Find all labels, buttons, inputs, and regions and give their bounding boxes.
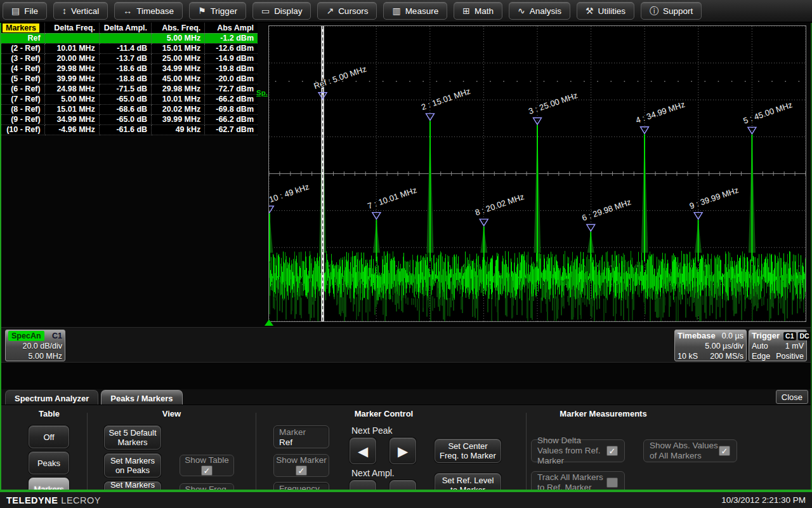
timebase-descriptor-box[interactable]: Timebase 0.0 µs 5.00 µs/div 10 kS 200 MS…	[674, 330, 747, 361]
peak-marker-9[interactable]	[694, 213, 702, 220]
vertical-icon: ↕	[62, 6, 67, 15]
table-row[interactable]: (6 - Ref)24.98 MHz-71.5 dB29.98 MHz-72.7…	[1, 84, 258, 94]
next-peak-right-button[interactable]: ▶	[390, 438, 416, 464]
menu-math[interactable]: ⊞Math	[454, 2, 502, 20]
table-cell: (3 - Ref)	[1, 53, 44, 64]
checkbox-show-table[interactable]: Show Table✓	[180, 455, 234, 476]
marker-select-field[interactable]: Marker Ref	[273, 425, 329, 448]
checkbox-show-delta-values-from-ref-marker-label: Show Delta Values from Ref. Marker	[537, 436, 606, 466]
table-cell: 34.99 MHz	[152, 64, 205, 74]
table-row[interactable]: (10 - Ref)-4.96 MHz-61.6 dB49 kHz-62.7 d…	[1, 124, 258, 135]
section-title-view: View	[100, 409, 243, 418]
table-row[interactable]: (9 - Ref)34.99 MHz-65.0 dB39.99 MHz-66.2…	[1, 114, 258, 124]
checkbox-track-all-markers-to-ref-marker-checkmark	[606, 478, 618, 488]
peak-marker-3[interactable]	[534, 118, 542, 125]
menu-label: Cursors	[338, 6, 368, 16]
table-mode-off[interactable]: Off	[29, 425, 69, 448]
table-header-4: Abs Ampl	[205, 23, 258, 33]
table-cell: 10.01 MHz	[152, 94, 205, 104]
table-cell: -72.7 dBm	[205, 84, 258, 94]
table-row[interactable]: (7 - Ref)5.00 MHz-65.0 dB10.01 MHz-66.2 …	[1, 94, 258, 104]
menu-support[interactable]: ⓘSupport	[641, 2, 702, 20]
peak-marker-6[interactable]	[587, 225, 595, 232]
tab-spectrum-analyzer[interactable]: Spectrum Analyzer	[5, 390, 98, 404]
timebase-title: Timebase	[678, 331, 716, 341]
table-cell: -11.4 dB	[99, 43, 151, 53]
checkbox-show-abs-values-of-all-markers[interactable]: Show Abs. Values of All Markers✓	[643, 439, 737, 462]
menu-label: Trigger	[211, 6, 237, 16]
table-cell: 39.99 MHz	[152, 114, 205, 124]
menu-vertical[interactable]: ↕Vertical	[53, 2, 108, 20]
trigger-mode: Auto	[752, 341, 768, 351]
peak-marker-label-7: 7 : 10.01 MHz	[366, 185, 417, 211]
specan-descriptor-box[interactable]: SpecAn C1 20.0 dB/div 5.00 MHz	[5, 330, 65, 361]
table-row[interactable]: Ref5.00 MHz-1.2 dBm	[1, 33, 258, 43]
table-row[interactable]: (2 - Ref)10.01 MHz-11.4 dB15.01 MHz-12.6…	[1, 43, 258, 53]
table-cell: (6 - Ref)	[1, 84, 44, 94]
table-cell: -69.8 dBm	[205, 104, 258, 114]
table-row[interactable]: (5 - Ref)39.99 MHz-18.8 dB45.00 MHz-20.0…	[1, 74, 258, 84]
set-5-default-markers-button[interactable]: Set 5 Default Markers	[104, 425, 161, 450]
table-cell: 49 kHz	[152, 124, 205, 135]
table-cell: (7 - Ref)	[1, 94, 44, 104]
peak-marker-label-8: 8 : 20.02 MHz	[474, 192, 525, 218]
table-mode-peaks[interactable]: Peaks	[29, 451, 69, 474]
menu-measure[interactable]: ▥Measure	[383, 2, 447, 20]
table-row[interactable]: (8 - Ref)15.01 MHz-68.6 dB20.02 MHz-69.8…	[1, 104, 258, 114]
trace-label-sp[interactable]: Sp.	[256, 89, 268, 97]
menu-analysis[interactable]: ∿Analysis	[509, 2, 570, 20]
peak-marker-8[interactable]	[480, 219, 488, 226]
menu-utilities[interactable]: ⚒Utilities	[577, 2, 634, 20]
table-row[interactable]: (3 - Ref)20.00 MHz-13.7 dB25.00 MHz-14.9…	[1, 53, 258, 64]
close-button[interactable]: Close	[776, 390, 808, 404]
set-center-freq-button[interactable]: Set Center Freq. to Marker	[435, 439, 501, 463]
table-cell: 5.00 MHz	[44, 94, 99, 104]
table-header-0: Markers	[1, 23, 44, 33]
peak-marker-label-Ref: Ref : 5.00 MHz	[313, 64, 368, 91]
checkbox-show-delta-values-from-ref-marker[interactable]: Show Delta Values from Ref. Marker✓	[531, 439, 625, 462]
menu-label: Vertical	[71, 6, 99, 16]
scope-display-area: MarkersDelta Freq.Delta Ampl.Abs. Freq.A…	[0, 23, 812, 490]
dialog-tab-bar: Spectrum AnalyzerPeaks / MarkersClose	[0, 389, 812, 404]
table-cell: 39.99 MHz	[44, 74, 99, 84]
menu-cursors[interactable]: ↗Cursors	[317, 2, 377, 20]
tab-peaks-markers[interactable]: Peaks / Markers	[101, 390, 182, 404]
trigger-position-indicator[interactable]	[265, 319, 273, 326]
trigger-descriptor-box[interactable]: Trigger C1 DC Auto 1 mV Edge Positive	[749, 330, 807, 361]
peak-marker-7[interactable]	[372, 213, 381, 220]
peak-marker-2[interactable]	[426, 114, 434, 121]
support-icon: ⓘ	[650, 6, 658, 15]
peak-marker-label-6: 6 : 29.98 MHz	[580, 197, 632, 223]
table-cell: (4 - Ref)	[1, 64, 44, 74]
trigger-icon: ⚑	[198, 6, 206, 15]
next-peak-left-button[interactable]: ◀	[350, 438, 376, 464]
set-markers-on-peaks-button[interactable]: Set Markers on Peaks	[104, 453, 161, 478]
spectrum-plot-svg[interactable]: Ref : 5.00 MHz2 : 15.01 MHz3 : 25.00 MHz…	[269, 26, 806, 321]
table-cell: 5.00 MHz	[152, 33, 205, 43]
table-cell: (10 - Ref)	[1, 124, 44, 135]
show-marker-checkbox[interactable]: Show Marker ✓	[273, 454, 329, 477]
next-peak-label: Next Peak	[351, 425, 393, 436]
display-frame-left	[0, 23, 1, 492]
table-cell: (9 - Ref)	[1, 114, 44, 124]
table-cell: 15.01 MHz	[152, 43, 205, 53]
table-cell: -19.8 dBm	[205, 64, 258, 74]
specan-scale: 20.0 dB/div	[8, 341, 62, 351]
peak-marker-label-2: 2 : 15.01 MHz	[420, 86, 471, 112]
menu-display[interactable]: ▭Display	[252, 2, 311, 20]
table-cell: -18.8 dB	[99, 74, 151, 84]
menu-timebase[interactable]: ↔Timebase	[114, 2, 183, 20]
menu-trigger[interactable]: ⚑Trigger	[189, 2, 246, 20]
table-cell: (2 - Ref)	[1, 43, 44, 53]
peak-marker-label-5: 5 : 45.00 MHz	[742, 100, 793, 126]
menu-label: Display	[274, 6, 302, 16]
menu-file[interactable]: ▤File	[3, 2, 47, 20]
section-title-marker-measurements: Marker Measurements	[527, 409, 680, 418]
spectrum-graticule[interactable]: Ref : 5.00 MHz2 : 15.01 MHz3 : 25.00 MHz…	[268, 25, 806, 322]
table-row[interactable]: (4 - Ref)29.98 MHz-18.6 dB34.99 MHz-19.8…	[1, 64, 258, 74]
menu-label: Support	[663, 6, 693, 16]
table-cell: -68.6 dB	[99, 104, 151, 114]
checkbox-show-table-label: Show Table	[185, 455, 229, 465]
peak-marker-10[interactable]	[269, 206, 273, 213]
table-cell: 20.00 MHz	[44, 53, 99, 64]
